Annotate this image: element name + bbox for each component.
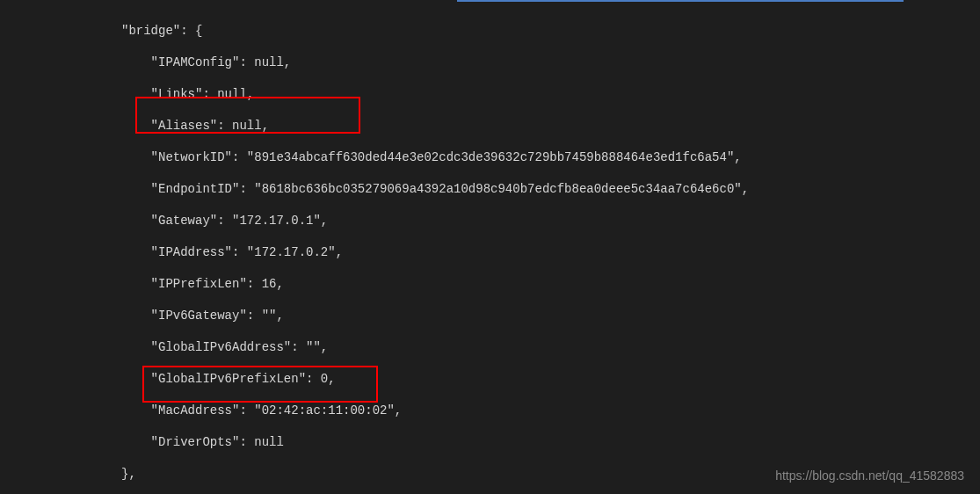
code-line: "GlobalIPv6Address": "", bbox=[121, 339, 980, 355]
code-line: "MacAddress": "02:42:ac:11:00:02", bbox=[121, 403, 980, 418]
code-line: "GlobalIPv6PrefixLen": 0, bbox=[121, 371, 980, 387]
terminal-output: "bridge": { "IPAMConfig": null, "Links":… bbox=[0, 0, 980, 494]
code-line: "EndpointID": "8618bc636bc035279069a4392… bbox=[121, 181, 980, 197]
code-line: "bridge": { bbox=[121, 23, 980, 39]
top-selection-bar bbox=[457, 0, 904, 2]
code-line: "IPv6Gateway": "", bbox=[121, 308, 980, 323]
code-line: "NetworkID": "891e34abcaff630ded44e3e02c… bbox=[121, 149, 980, 165]
code-line: "DriverOpts": null bbox=[121, 434, 980, 450]
code-line: "Aliases": null, bbox=[121, 118, 980, 134]
code-line: "IPAMConfig": null, bbox=[121, 54, 980, 70]
code-line-ipaddress: "IPAddress": "172.17.0.2", bbox=[121, 244, 980, 260]
code-line: "Links": null, bbox=[121, 86, 980, 102]
watermark-text: https://blog.csdn.net/qq_41582883 bbox=[775, 468, 964, 483]
code-line: "IPPrefixLen": 16, bbox=[121, 276, 980, 292]
code-line-gateway: "Gateway": "172.17.0.1", bbox=[121, 213, 980, 229]
